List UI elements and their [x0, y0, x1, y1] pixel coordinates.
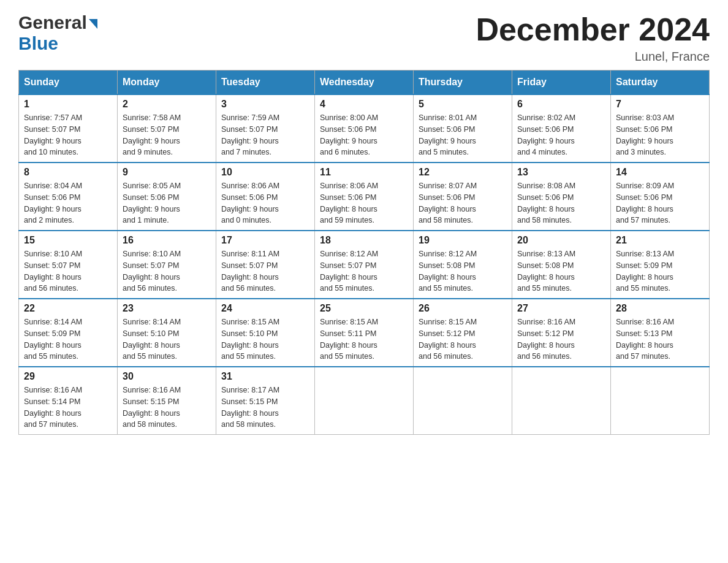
day-number: 13 — [517, 167, 605, 178]
calendar-header-row: SundayMondayTuesdayWednesdayThursdayFrid… — [19, 71, 710, 95]
day-info: Sunrise: 8:07 AMSunset: 5:06 PMDaylight:… — [419, 182, 477, 224]
calendar-cell: 21 Sunrise: 8:13 AMSunset: 5:09 PMDaylig… — [611, 231, 710, 299]
day-number: 11 — [320, 167, 408, 178]
day-info: Sunrise: 7:58 AMSunset: 5:07 PMDaylight:… — [123, 113, 181, 156]
day-info: Sunrise: 8:03 AMSunset: 5:06 PMDaylight:… — [616, 113, 674, 156]
calendar-cell: 20 Sunrise: 8:13 AMSunset: 5:08 PMDaylig… — [512, 231, 611, 299]
day-info: Sunrise: 8:15 AMSunset: 5:10 PMDaylight:… — [221, 318, 279, 361]
calendar-cell: 27 Sunrise: 8:16 AMSunset: 5:12 PMDaylig… — [512, 299, 611, 367]
calendar-cell: 25 Sunrise: 8:15 AMSunset: 5:11 PMDaylig… — [315, 299, 414, 367]
day-info: Sunrise: 8:12 AMSunset: 5:08 PMDaylight:… — [419, 250, 477, 293]
day-header-wednesday: Wednesday — [315, 71, 414, 95]
day-number: 14 — [616, 167, 704, 178]
day-number: 25 — [320, 303, 408, 314]
day-number: 22 — [24, 303, 112, 314]
calendar-cell: 4 Sunrise: 8:00 AMSunset: 5:06 PMDayligh… — [315, 94, 414, 163]
day-header-tuesday: Tuesday — [216, 71, 315, 95]
day-info: Sunrise: 8:04 AMSunset: 5:06 PMDaylight:… — [24, 182, 82, 224]
day-info: Sunrise: 8:12 AMSunset: 5:07 PMDaylight:… — [320, 250, 378, 293]
day-info: Sunrise: 8:16 AMSunset: 5:14 PMDaylight:… — [24, 386, 82, 429]
calendar-cell: 31 Sunrise: 8:17 AMSunset: 5:15 PMDaylig… — [216, 367, 315, 435]
day-number: 12 — [419, 167, 507, 178]
calendar-week-3: 15 Sunrise: 8:10 AMSunset: 5:07 PMDaylig… — [19, 231, 710, 299]
day-number: 26 — [419, 303, 507, 314]
calendar-cell: 17 Sunrise: 8:11 AMSunset: 5:07 PMDaylig… — [216, 231, 315, 299]
calendar-table: SundayMondayTuesdayWednesdayThursdayFrid… — [18, 70, 710, 435]
calendar-cell: 16 Sunrise: 8:10 AMSunset: 5:07 PMDaylig… — [118, 231, 216, 299]
day-info: Sunrise: 8:14 AMSunset: 5:10 PMDaylight:… — [123, 318, 181, 361]
day-info: Sunrise: 8:02 AMSunset: 5:06 PMDaylight:… — [517, 113, 575, 156]
day-info: Sunrise: 8:16 AMSunset: 5:12 PMDaylight:… — [517, 318, 575, 361]
day-number: 7 — [616, 99, 704, 110]
day-number: 3 — [221, 99, 309, 110]
calendar-cell: 15 Sunrise: 8:10 AMSunset: 5:07 PMDaylig… — [19, 231, 118, 299]
day-number: 31 — [221, 371, 309, 382]
logo-blue-text: Blue — [18, 33, 58, 54]
calendar-cell: 10 Sunrise: 8:06 AMSunset: 5:06 PMDaylig… — [216, 163, 315, 231]
day-header-friday: Friday — [512, 71, 611, 95]
day-number: 28 — [616, 303, 704, 314]
calendar-cell: 28 Sunrise: 8:16 AMSunset: 5:13 PMDaylig… — [611, 299, 710, 367]
calendar-week-1: 1 Sunrise: 7:57 AMSunset: 5:07 PMDayligh… — [19, 94, 710, 163]
logo-arrow-icon — [89, 19, 97, 29]
calendar-cell: 18 Sunrise: 8:12 AMSunset: 5:07 PMDaylig… — [315, 231, 414, 299]
day-info: Sunrise: 7:59 AMSunset: 5:07 PMDaylight:… — [221, 113, 279, 156]
calendar-week-5: 29 Sunrise: 8:16 AMSunset: 5:14 PMDaylig… — [19, 367, 710, 435]
calendar-cell: 1 Sunrise: 7:57 AMSunset: 5:07 PMDayligh… — [19, 94, 118, 163]
day-number: 4 — [320, 99, 408, 110]
day-info: Sunrise: 8:10 AMSunset: 5:07 PMDaylight:… — [123, 250, 181, 293]
day-info: Sunrise: 8:06 AMSunset: 5:06 PMDaylight:… — [320, 182, 378, 224]
day-info: Sunrise: 8:16 AMSunset: 5:13 PMDaylight:… — [616, 318, 674, 361]
day-info: Sunrise: 8:10 AMSunset: 5:07 PMDaylight:… — [24, 250, 82, 293]
day-info: Sunrise: 7:57 AMSunset: 5:07 PMDaylight:… — [24, 113, 82, 156]
day-number: 20 — [517, 235, 605, 246]
day-header-monday: Monday — [118, 71, 216, 95]
calendar-cell: 5 Sunrise: 8:01 AMSunset: 5:06 PMDayligh… — [414, 94, 512, 163]
calendar-cell: 13 Sunrise: 8:08 AMSunset: 5:06 PMDaylig… — [512, 163, 611, 231]
calendar-cell: 3 Sunrise: 7:59 AMSunset: 5:07 PMDayligh… — [216, 94, 315, 163]
day-header-saturday: Saturday — [611, 71, 710, 95]
day-info: Sunrise: 8:14 AMSunset: 5:09 PMDaylight:… — [24, 318, 82, 361]
title-section: December 2024 Lunel, France — [476, 12, 710, 64]
logo: General Blue — [18, 12, 97, 54]
location-label: Lunel, France — [476, 50, 710, 64]
calendar-week-2: 8 Sunrise: 8:04 AMSunset: 5:06 PMDayligh… — [19, 163, 710, 231]
calendar-cell: 30 Sunrise: 8:16 AMSunset: 5:15 PMDaylig… — [118, 367, 216, 435]
day-info: Sunrise: 8:09 AMSunset: 5:06 PMDaylight:… — [616, 182, 674, 224]
calendar-cell: 23 Sunrise: 8:14 AMSunset: 5:10 PMDaylig… — [118, 299, 216, 367]
day-number: 8 — [24, 167, 112, 178]
day-number: 19 — [419, 235, 507, 246]
day-number: 6 — [517, 99, 605, 110]
day-info: Sunrise: 8:11 AMSunset: 5:07 PMDaylight:… — [221, 250, 279, 293]
day-number: 1 — [24, 99, 112, 110]
day-info: Sunrise: 8:13 AMSunset: 5:09 PMDaylight:… — [616, 250, 674, 293]
calendar-cell: 12 Sunrise: 8:07 AMSunset: 5:06 PMDaylig… — [414, 163, 512, 231]
day-number: 2 — [123, 99, 211, 110]
day-info: Sunrise: 8:13 AMSunset: 5:08 PMDaylight:… — [517, 250, 575, 293]
day-number: 10 — [221, 167, 309, 178]
calendar-cell: 19 Sunrise: 8:12 AMSunset: 5:08 PMDaylig… — [414, 231, 512, 299]
day-info: Sunrise: 8:01 AMSunset: 5:06 PMDaylight:… — [419, 113, 477, 156]
day-number: 18 — [320, 235, 408, 246]
calendar-cell: 7 Sunrise: 8:03 AMSunset: 5:06 PMDayligh… — [611, 94, 710, 163]
day-info: Sunrise: 8:08 AMSunset: 5:06 PMDaylight:… — [517, 182, 575, 224]
calendar-cell — [315, 367, 414, 435]
logo-general-text: General — [18, 12, 87, 33]
day-info: Sunrise: 8:17 AMSunset: 5:15 PMDaylight:… — [221, 386, 279, 429]
calendar-cell: 24 Sunrise: 8:15 AMSunset: 5:10 PMDaylig… — [216, 299, 315, 367]
calendar-cell: 9 Sunrise: 8:05 AMSunset: 5:06 PMDayligh… — [118, 163, 216, 231]
day-number: 23 — [123, 303, 211, 314]
day-number: 27 — [517, 303, 605, 314]
day-number: 5 — [419, 99, 507, 110]
day-number: 15 — [24, 235, 112, 246]
calendar-cell: 22 Sunrise: 8:14 AMSunset: 5:09 PMDaylig… — [19, 299, 118, 367]
calendar-cell: 29 Sunrise: 8:16 AMSunset: 5:14 PMDaylig… — [19, 367, 118, 435]
day-number: 24 — [221, 303, 309, 314]
day-number: 17 — [221, 235, 309, 246]
calendar-cell: 11 Sunrise: 8:06 AMSunset: 5:06 PMDaylig… — [315, 163, 414, 231]
day-number: 29 — [24, 371, 112, 382]
day-info: Sunrise: 8:05 AMSunset: 5:06 PMDaylight:… — [123, 182, 181, 224]
calendar-cell: 6 Sunrise: 8:02 AMSunset: 5:06 PMDayligh… — [512, 94, 611, 163]
calendar-cell — [512, 367, 611, 435]
day-info: Sunrise: 8:15 AMSunset: 5:11 PMDaylight:… — [320, 318, 378, 361]
